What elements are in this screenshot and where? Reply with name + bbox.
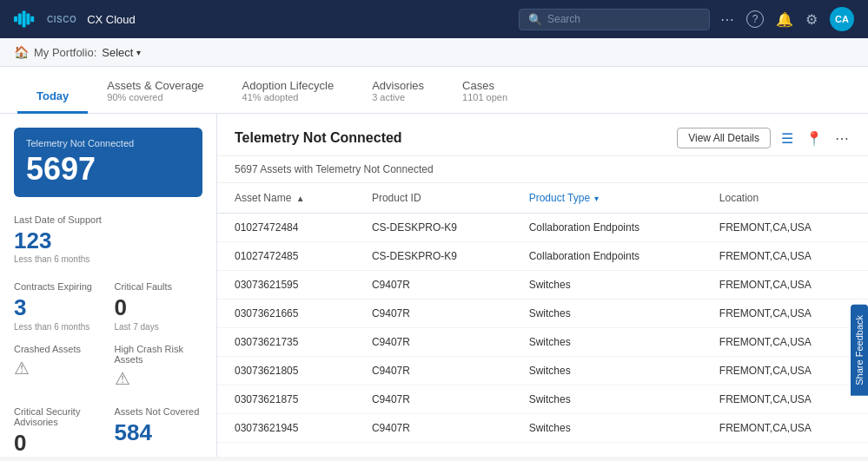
cell-location: FREMONT,CA,USA <box>702 271 868 300</box>
cell-location: FREMONT,CA,USA <box>702 214 868 242</box>
date-of-support-label: Last Date of Support <box>14 214 202 225</box>
crash-risk-label: High Crash Risk Assets <box>115 344 203 365</box>
date-of-support-value: 123 <box>14 228 202 254</box>
contracts-sub: Less than 6 months <box>14 322 103 332</box>
view-all-button[interactable]: View All Details <box>677 128 771 148</box>
cell-location: FREMONT,CA,USA <box>702 385 868 414</box>
svg-rect-1 <box>18 14 22 25</box>
cell-product_id: C9407R <box>354 385 512 414</box>
portfolio-select[interactable]: Select ▾ <box>102 46 141 59</box>
cell-location: FREMONT,CA,USA <box>702 242 868 271</box>
faults-label: Critical Faults <box>115 281 203 292</box>
cell-asset_name: 03073621735 <box>217 328 354 357</box>
not-covered-label: Assets Not Covered <box>115 406 203 417</box>
telemetry-card-title: Telemetry Not Connected <box>26 138 190 148</box>
search-bar[interactable]: 🔍 <box>519 9 710 30</box>
tab-cases[interactable]: Cases 1101 open <box>443 67 527 114</box>
top-nav: CISCO CX Cloud CX Cloud 🔍 ⋯ ? 🔔 ⚙ CA <box>0 0 868 38</box>
cell-product_type: Switches <box>512 414 702 443</box>
cell-asset_name: 03073621875 <box>217 385 354 414</box>
panel-sub: 5697 Assets with Telemetry Not Connected <box>217 156 868 183</box>
list-view-icon[interactable]: ☰ <box>779 128 795 148</box>
cell-asset_name: 03073621945 <box>217 414 354 443</box>
search-icon: 🔍 <box>528 13 542 26</box>
panel-title: Telemetry Not Connected <box>235 130 402 146</box>
not-covered-value: 584 <box>115 420 203 445</box>
cell-asset_name: 01027472484 <box>217 214 354 242</box>
cell-product_type: Collaboration Endpoints <box>512 214 702 242</box>
telemetry-card[interactable]: Telemetry Not Connected 5697 <box>14 128 202 197</box>
right-panel: Telemetry Not Connected View All Details… <box>217 114 868 457</box>
portfolio-label: My Portfolio: <box>34 46 96 59</box>
cell-asset_name: 03073621665 <box>217 300 354 328</box>
date-of-support-sub: Less than 6 months <box>14 254 202 264</box>
cell-product_id: C9407R <box>354 300 512 328</box>
avatar[interactable]: CA <box>830 7 854 31</box>
critical-faults: Critical Faults 0 Last 7 days <box>115 281 203 332</box>
cell-product_id: C9407R <box>354 414 512 443</box>
table-row: 01027472485CS-DESKPRO-K9Collaboration En… <box>217 242 868 271</box>
bell-icon[interactable]: 🔔 <box>776 11 793 28</box>
chevron-down-icon: ▾ <box>136 48 141 57</box>
tabs-bar: Today Assets & Coverage 90% covered Adop… <box>0 67 868 114</box>
cell-product_type: Switches <box>512 357 702 385</box>
tab-assets[interactable]: Assets & Coverage 90% covered <box>88 67 222 114</box>
contracts-expiring: Contracts Expiring 3 Less than 6 months <box>14 281 103 332</box>
nav-icons: ⋯ ? 🔔 ⚙ CA <box>720 7 854 31</box>
svg-rect-0 <box>14 16 17 22</box>
date-of-support-section: Last Date of Support 123 Less than 6 mon… <box>14 214 202 265</box>
col-product-type[interactable]: Product Type ▾ <box>512 183 702 214</box>
portfolio-bar: 🏠 My Portfolio: Select ▾ <box>0 38 868 67</box>
crashed-assets: Crashed Assets ⚠ <box>14 344 103 389</box>
security-label: Critical Security Advisories <box>14 406 103 427</box>
table-row: 03073621805C9407RSwitchesFREMONT,CA,USA <box>217 357 868 385</box>
product-type-sort-icon: ▾ <box>594 194 599 203</box>
home-icon[interactable]: 🏠 <box>14 45 29 59</box>
tab-advisories[interactable]: Advisories 3 active <box>353 67 443 114</box>
col-location[interactable]: Location <box>702 183 868 214</box>
table-header-row: Asset Name ▲ Product ID Product Type ▾ L… <box>217 183 868 214</box>
help-icon[interactable]: ? <box>746 10 764 28</box>
contracts-value: 3 <box>14 295 103 320</box>
share-feedback-tab[interactable]: Share Feedback <box>851 305 868 396</box>
tab-today[interactable]: Today <box>17 77 88 114</box>
cell-product_type: Switches <box>512 328 702 357</box>
cell-product_id: C9407R <box>354 328 512 357</box>
bottom-metrics: Critical Security Advisories 0 Assets No… <box>14 406 202 456</box>
cell-product_id: CS-DESKPRO-K9 <box>354 214 512 242</box>
cell-asset_name: 03073621805 <box>217 357 354 385</box>
apps-icon[interactable]: ⋯ <box>720 11 734 28</box>
table-row: 03073621945C9407RSwitchesFREMONT,CA,USA <box>217 414 868 443</box>
cell-product_type: Switches <box>512 300 702 328</box>
more-options-icon[interactable]: ⋯ <box>833 128 851 148</box>
search-input[interactable] <box>547 13 700 25</box>
table-row: 01027472484CS-DESKPRO-K9Collaboration En… <box>217 214 868 242</box>
svg-rect-3 <box>26 14 30 25</box>
cisco-label: CISCO <box>47 15 76 24</box>
cell-product_id: C9407R <box>354 271 512 300</box>
cx-cloud-label: CX Cloud <box>87 13 136 26</box>
cell-location: FREMONT,CA,USA <box>702 357 868 385</box>
assets-not-covered: Assets Not Covered 584 <box>115 406 203 456</box>
cell-product_type: Switches <box>512 271 702 300</box>
table-row: 03073621875C9407RSwitchesFREMONT,CA,USA <box>217 385 868 414</box>
cell-asset_name: 03073621595 <box>217 271 354 300</box>
svg-rect-2 <box>23 10 26 27</box>
col-product-id[interactable]: Product ID <box>354 183 512 214</box>
cell-product_type: Switches <box>512 385 702 414</box>
table-row: 03073621665C9407RSwitchesFREMONT,CA,USA <box>217 300 868 328</box>
tab-adoption[interactable]: Adoption Lifecycle 41% adopted <box>223 67 354 114</box>
telemetry-card-value: 5697 <box>26 152 190 187</box>
critical-security: Critical Security Advisories 0 <box>14 406 103 456</box>
cell-product_id: CS-DESKPRO-K9 <box>354 242 512 271</box>
crashed-label: Crashed Assets <box>14 344 103 354</box>
cell-location: FREMONT,CA,USA <box>702 414 868 443</box>
table-container: Asset Name ▲ Product ID Product Type ▾ L… <box>217 183 868 457</box>
settings-icon[interactable]: ⚙ <box>805 11 818 28</box>
cell-location: FREMONT,CA,USA <box>702 328 868 357</box>
col-asset-name[interactable]: Asset Name ▲ <box>217 183 354 214</box>
map-pin-icon[interactable]: 📍 <box>804 128 825 148</box>
left-panel: Telemetry Not Connected 5697 Last Date o… <box>0 114 217 457</box>
main-content: Telemetry Not Connected 5697 Last Date o… <box>0 114 868 457</box>
table-row: 03073621595C9407RSwitchesFREMONT,CA,USA <box>217 271 868 300</box>
